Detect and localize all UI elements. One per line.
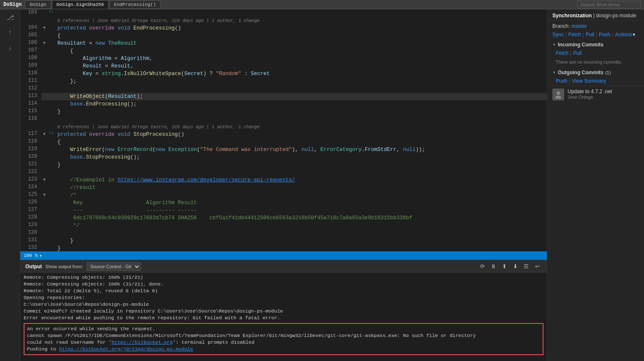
line-fold[interactable] xyxy=(41,237,47,245)
fold-icon[interactable]: ▼ xyxy=(43,178,46,182)
commit-avatar xyxy=(552,89,564,100)
line-fold[interactable] xyxy=(41,146,47,154)
output-source-select[interactable]: Source Control - Git xyxy=(87,262,141,271)
outgoing-count: (1) xyxy=(605,70,611,75)
zoom-control[interactable]: 100 % ▾ xyxy=(24,253,42,259)
git-icon[interactable]: ⎇ xyxy=(3,11,17,24)
line-number xyxy=(20,123,41,131)
line-fold[interactable] xyxy=(41,116,47,123)
sync-pull-link[interactable]: Pull xyxy=(586,32,594,38)
line-number: 125 xyxy=(20,191,41,199)
sync-sep4: | xyxy=(612,32,613,38)
line-fold[interactable]: ▼ xyxy=(41,176,47,184)
line-fold[interactable]: ▼ xyxy=(41,131,47,138)
line-gutter-cell: ↑↓ xyxy=(47,9,56,17)
line-fold[interactable] xyxy=(41,85,47,93)
line-number: 127 xyxy=(20,207,41,214)
code-line-content: /* xyxy=(56,191,547,199)
line-fold[interactable] xyxy=(41,222,47,229)
output-btn-wrap[interactable]: ↩ xyxy=(533,262,542,271)
line-gutter-cell xyxy=(47,176,56,184)
incoming-fetch-link[interactable]: Fetch xyxy=(556,50,568,56)
fold-icon[interactable]: ▼ xyxy=(43,41,46,46)
line-fold[interactable] xyxy=(41,47,47,55)
sync-title: Synchronization | dosign-ps-module xyxy=(547,9,644,21)
line-fold[interactable] xyxy=(41,9,47,17)
line-fold[interactable] xyxy=(41,154,47,161)
incoming-pull-link[interactable]: Pull xyxy=(573,50,582,56)
editor-container[interactable]: 103 ↑↓ 0 references | Jose Gabriel Orteg… xyxy=(20,9,547,260)
line-number xyxy=(20,17,41,24)
push-link[interactable]: https://bitbucket.org/j0rt3g4/dosign-ps-… xyxy=(59,346,193,352)
sync-sync-link[interactable]: Sync xyxy=(552,32,564,38)
editor-status: 100 % ▾ xyxy=(20,251,547,260)
line-fold[interactable] xyxy=(41,184,47,191)
line-number: 122 xyxy=(20,169,41,176)
editor-wrapper: 103 ↑↓ 0 references | Jose Gabriel Orteg… xyxy=(20,9,547,361)
sync-heading: Synchronization xyxy=(552,13,592,19)
output-btn-down[interactable]: ⬇ xyxy=(511,262,520,271)
output-btn-up[interactable]: ⬆ xyxy=(500,262,509,271)
line-fold[interactable]: ▼ xyxy=(41,191,47,199)
line-fold[interactable] xyxy=(41,70,47,78)
code-line-content xyxy=(56,116,547,123)
sync-actions-link[interactable]: Actions xyxy=(615,32,632,38)
line-gutter-cell xyxy=(47,24,56,32)
line-fold[interactable] xyxy=(41,93,47,100)
tab-sigsha256[interactable]: DoSign.SignSha256 xyxy=(52,0,109,9)
code-line-content: protected override void StopProcessing() xyxy=(56,131,547,138)
line-gutter-cell xyxy=(47,116,56,123)
line-fold[interactable] xyxy=(41,207,47,214)
line-fold[interactable]: ▼ xyxy=(41,24,47,32)
line-fold[interactable] xyxy=(41,138,47,146)
line-gutter-cell xyxy=(47,108,56,116)
tab-bar: DoSign DoSign.SignSha256 EndProcessing() xyxy=(25,0,574,9)
code-line-content: Key = string.IsNullOrWhiteSpace(Secret) … xyxy=(56,70,547,78)
output-btn-pause[interactable]: ⏸ xyxy=(489,262,498,271)
arrow-down-icon[interactable]: ↓ xyxy=(3,41,17,55)
line-fold[interactable] xyxy=(41,108,47,116)
fold-icon[interactable]: ▼ xyxy=(43,26,46,30)
sync-push-link[interactable]: Push xyxy=(599,32,610,38)
arrow-up-icon[interactable]: ↑ xyxy=(3,26,17,40)
line-fold[interactable] xyxy=(41,55,47,62)
line-fold[interactable] xyxy=(41,100,47,108)
outgoing-push-link[interactable]: Push xyxy=(556,78,567,84)
line-fold[interactable] xyxy=(41,32,47,40)
output-btn-clear[interactable]: ☰ xyxy=(522,262,531,271)
output-content[interactable]: Remote: Compressing objects: 100% (21/21… xyxy=(20,272,547,361)
outgoing-label: Outgoing Commits xyxy=(558,70,603,75)
editor-scrollable[interactable]: 103 ↑↓ 0 references | Jose Gabriel Orteg… xyxy=(20,9,547,251)
sync-fetch-link[interactable]: Fetch xyxy=(568,32,581,38)
line-fold[interactable] xyxy=(41,214,47,222)
sync-module-name: dosign-ps-module xyxy=(596,13,636,19)
line-fold[interactable] xyxy=(41,161,47,169)
line-fold[interactable] xyxy=(41,78,47,85)
incoming-commits-header[interactable]: ▼ Incoming Commits xyxy=(547,40,644,49)
line-fold[interactable] xyxy=(41,199,47,207)
fold-icon[interactable]: ▼ xyxy=(43,132,46,137)
line-gutter-cell xyxy=(47,199,56,207)
tab-endprocessing[interactable]: EndProcessing() xyxy=(109,0,160,9)
output-btn-refresh[interactable]: ⟳ xyxy=(478,262,487,271)
line-fold[interactable] xyxy=(41,245,47,251)
line-fold[interactable] xyxy=(41,229,47,237)
line-fold[interactable]: ▼ xyxy=(41,40,47,47)
line-number: 117 xyxy=(20,131,41,138)
search-input[interactable] xyxy=(577,1,641,8)
show-output-label: Show output from: xyxy=(45,264,83,269)
sync-actions-dropdown[interactable]: Actions ▾ xyxy=(615,32,635,38)
bitbucket-link[interactable]: https://bitbucket.org xyxy=(111,339,173,345)
line-fold[interactable] xyxy=(41,169,47,176)
outgoing-view-summary-link[interactable]: View Summary xyxy=(572,78,606,84)
line-fold[interactable] xyxy=(41,62,47,70)
fold-icon[interactable]: ▼ xyxy=(43,193,46,197)
code-line-content xyxy=(56,229,547,237)
tab-dosign[interactable]: DoSign xyxy=(25,0,51,9)
output-toolbar: ⟳ ⏸ ⬆ ⬇ ☰ ↩ xyxy=(478,262,542,271)
sync-branch-label: Branch: xyxy=(552,23,570,29)
code-line-content xyxy=(56,169,547,176)
outgoing-commits-header[interactable]: ▼ Outgoing Commits (1) xyxy=(547,68,644,77)
sync-branch-link[interactable]: master xyxy=(571,23,587,29)
line-gutter-cell xyxy=(47,154,56,161)
